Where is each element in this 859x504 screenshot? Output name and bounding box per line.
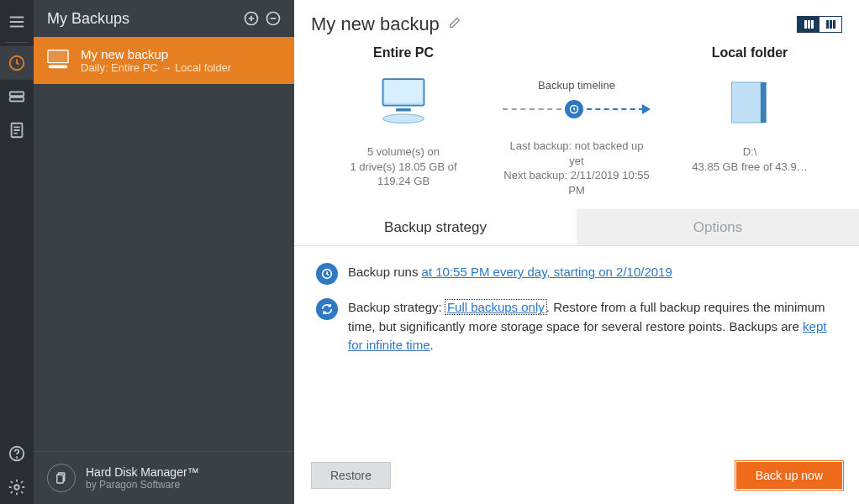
restore-button[interactable]: Restore <box>311 462 391 489</box>
recycle-icon <box>316 298 338 320</box>
clock-icon <box>565 100 583 118</box>
page-title: My new backup <box>311 13 440 35</box>
remove-backup-button[interactable] <box>262 8 284 29</box>
main-panel: My new backup Entire PC 5 volume(s) on 1… <box>294 0 859 504</box>
backups-icon[interactable] <box>0 46 34 80</box>
folder-icon <box>725 69 775 136</box>
strategy-panel: Backup runs at 10:55 PM every day, start… <box>294 246 859 386</box>
schedule-text: Backup runs at 10:55 PM every day, start… <box>348 263 672 282</box>
tab-strategy[interactable]: Backup strategy <box>294 209 577 245</box>
settings-icon[interactable] <box>0 470 34 504</box>
svg-rect-11 <box>57 475 64 483</box>
view-card-button[interactable] <box>798 17 819 32</box>
disks-icon[interactable] <box>0 80 34 113</box>
tabs: Backup strategy Options <box>294 209 859 246</box>
last-backup-text: Last backup: not backed up yet <box>503 139 651 168</box>
backup-job-title: My new backup <box>81 47 231 61</box>
arrow-icon <box>642 104 651 114</box>
monitor-icon <box>45 48 71 73</box>
menu-icon[interactable] <box>0 5 34 39</box>
destination-free: 43.85 GB free of 43.9… <box>692 160 807 175</box>
svg-rect-1 <box>10 92 24 97</box>
destination-path: D:\ <box>692 144 807 160</box>
help-icon[interactable] <box>0 437 34 470</box>
timeline-label: Backup timeline <box>503 79 651 92</box>
sidebar: My Backups My new backup Daily: Entire P… <box>34 0 294 504</box>
destination-column: Local folder D:\ 43.85 GB free of 43.9… <box>657 45 842 197</box>
monitor-icon <box>374 69 433 136</box>
strategy-text: Backup strategy: Full backups only. Rest… <box>348 298 837 355</box>
backup-job-item[interactable]: My new backup Daily: Entire PC → Local f… <box>34 37 294 84</box>
svg-point-15 <box>383 114 424 123</box>
svg-rect-9 <box>48 50 68 63</box>
svg-rect-17 <box>732 82 764 123</box>
source-column: Entire PC 5 volume(s) on 1 drive(s) 18.0… <box>311 45 496 197</box>
reports-icon[interactable] <box>0 113 34 147</box>
svg-rect-14 <box>396 108 411 112</box>
svg-point-6 <box>14 485 19 490</box>
product-vendor: by Paragon Software <box>86 479 199 491</box>
svg-rect-18 <box>761 82 767 123</box>
view-list-button[interactable] <box>819 17 841 32</box>
backup-job-subtitle: Daily: Entire PC → Local folder <box>81 61 231 74</box>
sidebar-title: My Backups <box>47 10 240 28</box>
source-meta-line3: 119.24 GB <box>350 174 456 189</box>
sidebar-footer: Hard Disk Manager™ by Paragon Software <box>34 451 294 504</box>
tab-options[interactable]: Options <box>577 209 859 245</box>
next-backup-text: Next backup: 2/11/2019 10:55 PM <box>503 168 651 197</box>
source-label: Entire PC <box>373 45 434 60</box>
add-backup-button[interactable] <box>240 8 262 29</box>
svg-rect-13 <box>384 81 423 102</box>
product-name: Hard Disk Manager™ <box>86 465 199 479</box>
destination-label: Local folder <box>712 45 788 60</box>
nav-rail <box>0 0 34 504</box>
backup-now-button[interactable]: Back up now <box>736 462 842 489</box>
edit-title-icon[interactable] <box>448 16 461 33</box>
product-logo-icon <box>47 464 76 492</box>
timeline-column: Backup timeline Last backup: not backed … <box>503 45 651 197</box>
view-toggle <box>797 16 842 33</box>
clock-icon <box>316 263 338 285</box>
svg-rect-2 <box>10 97 24 102</box>
svg-point-5 <box>17 457 18 458</box>
source-meta-line1: 5 volume(s) on <box>350 144 456 160</box>
schedule-link[interactable]: at 10:55 PM every day, starting on 2/10/… <box>422 265 672 279</box>
source-meta-line2: 1 drive(s) 18.05 GB of <box>350 160 456 175</box>
strategy-type-link[interactable]: Full backups only <box>445 300 546 314</box>
